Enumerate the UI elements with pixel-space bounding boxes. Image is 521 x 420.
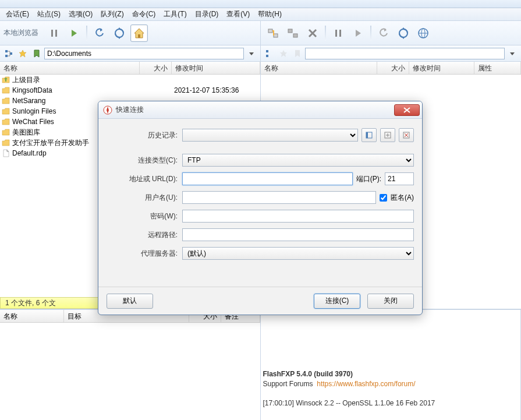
user-label: 用户名(U): (107, 193, 182, 203)
dialog-footer: 默认 连接(C) 关闭 (98, 287, 422, 315)
svg-rect-5 (10, 52, 12, 55)
folder-icon (1, 117, 10, 126)
qcol-name[interactable]: 名称 (0, 310, 64, 322)
svg-rect-0 (51, 30, 53, 37)
history-btn2[interactable] (380, 128, 395, 142)
pass-input[interactable] (182, 210, 414, 223)
pause-icon[interactable] (45, 24, 63, 42)
proxy-select[interactable]: (默认) (182, 247, 414, 260)
abort-icon[interactable] (304, 24, 321, 42)
star-icon[interactable] (277, 47, 290, 60)
remote-pathbar (261, 45, 521, 62)
disconnect-icon[interactable] (284, 24, 302, 42)
tree-icon[interactable] (2, 47, 15, 60)
menu-command[interactable]: 命令(C) (129, 8, 160, 20)
remote-path-input[interactable] (305, 48, 505, 59)
play-icon[interactable] (65, 24, 83, 42)
svg-rect-10 (335, 30, 337, 37)
menu-directory[interactable]: 目录(D) (192, 8, 222, 20)
port-input[interactable] (385, 172, 414, 185)
user-input[interactable] (182, 191, 376, 204)
col-size[interactable]: 大小 (377, 62, 409, 74)
history-btn1[interactable] (361, 128, 377, 142)
refresh-icon[interactable] (111, 24, 128, 42)
svg-rect-15 (266, 50, 268, 52)
local-path-input[interactable] (44, 48, 244, 59)
updir-icon (1, 75, 10, 84)
globe-icon[interactable] (414, 24, 432, 42)
refresh-icon[interactable] (395, 24, 412, 42)
app-icon (103, 105, 112, 115)
history-select[interactable] (182, 129, 358, 142)
local-toolbar: 本地浏览器 (0, 21, 260, 45)
queue-pane: 名称 目标 大小 备注 (0, 310, 261, 420)
pass-label: 密码(W): (107, 211, 182, 221)
default-button[interactable]: 默认 (107, 294, 153, 309)
connect-icon[interactable] (264, 24, 282, 42)
folder-icon (1, 107, 10, 116)
remote-label: 远程路径: (107, 230, 182, 240)
dialog-titlebar[interactable]: 快速连接 (98, 101, 422, 119)
col-date[interactable]: 修改时间 (409, 62, 474, 74)
log-pane: FlashFXP 5.4.0 (build 3970) Support Foru… (261, 310, 522, 420)
history-label: 历史记录: (107, 130, 182, 140)
queue-list[interactable] (0, 323, 260, 420)
remote-path-input[interactable] (182, 228, 414, 241)
log-area[interactable]: FlashFXP 5.4.0 (build 3970) Support Foru… (261, 310, 521, 420)
anon-checkbox[interactable] (380, 194, 387, 202)
menu-view[interactable]: 查看(V) (223, 8, 253, 20)
svg-rect-11 (339, 30, 341, 37)
dropdown-icon[interactable] (245, 47, 258, 60)
dropdown-icon[interactable] (506, 47, 519, 60)
menu-site[interactable]: 站点(S) (34, 8, 64, 20)
folder-icon (1, 138, 10, 147)
log-support-label: Support Forums (263, 380, 313, 388)
close-button[interactable]: 关闭 (367, 294, 414, 309)
bottom-panes: 名称 目标 大小 备注 FlashFXP 5.4.0 (build 3970) … (0, 309, 521, 420)
svg-rect-6 (268, 29, 272, 33)
home-icon[interactable] (130, 24, 148, 42)
folder-icon (1, 86, 10, 95)
bookmark-icon[interactable] (291, 47, 304, 60)
history-btn3[interactable] (399, 128, 414, 142)
quick-connect-dialog: 快速连接 历史记录: 连接类型(C): FTP 地址或 URL(D): 端口(P… (98, 101, 423, 315)
menu-session[interactable]: 会话(E) (2, 8, 33, 20)
star-icon[interactable] (16, 47, 29, 60)
svg-rect-16 (266, 55, 268, 57)
anon-label: 匿名(A) (391, 193, 414, 203)
updir-row[interactable]: 上级目录 (0, 75, 260, 85)
dialog-body: 历史记录: 连接类型(C): FTP 地址或 URL(D): 端口(P): 用户… (98, 119, 422, 271)
pause-icon[interactable] (329, 24, 347, 42)
menu-help[interactable]: 帮助(H) (254, 8, 285, 20)
conn-type-select[interactable]: FTP (182, 154, 414, 167)
bookmark-icon[interactable] (30, 47, 43, 60)
tree-icon[interactable] (263, 47, 276, 60)
play-icon[interactable] (349, 24, 367, 42)
url-label: 地址或 URL(D): (107, 174, 182, 184)
menu-tools[interactable]: 工具(T) (160, 8, 190, 20)
col-date[interactable]: 修改时间 (172, 62, 260, 74)
svg-rect-8 (288, 29, 292, 33)
svg-rect-7 (274, 34, 278, 37)
svg-rect-9 (293, 34, 297, 37)
connect-button[interactable]: 连接(C) (314, 294, 360, 309)
back-icon[interactable] (375, 24, 392, 42)
col-attr[interactable]: 属性 (474, 62, 521, 74)
url-input[interactable] (182, 172, 353, 185)
menubar: 会话(E) 站点(S) 选项(O) 队列(Z) 命令(C) 工具(T) 目录(D… (0, 8, 521, 21)
conn-type-label: 连接类型(C): (107, 156, 182, 165)
col-name[interactable]: 名称 (261, 62, 377, 74)
col-name[interactable]: 名称 (0, 62, 140, 74)
col-size[interactable]: 大小 (140, 62, 172, 74)
back-icon[interactable] (91, 24, 108, 42)
list-item[interactable]: KingsoftData2021-12-07 15:35:36 (0, 85, 260, 96)
close-icon[interactable] (394, 104, 420, 116)
menu-options[interactable]: 选项(O) (65, 8, 96, 20)
remote-list-header: 名称 大小 修改时间 属性 (261, 62, 521, 75)
folder-icon (1, 96, 10, 105)
port-label: 端口(P): (356, 174, 381, 184)
log-support-link[interactable]: https://www.flashfxp.com/forum/ (317, 380, 415, 388)
menu-queue[interactable]: 队列(Z) (97, 8, 127, 20)
remote-toolbar (261, 21, 521, 45)
dialog-title: 快速连接 (116, 105, 394, 115)
